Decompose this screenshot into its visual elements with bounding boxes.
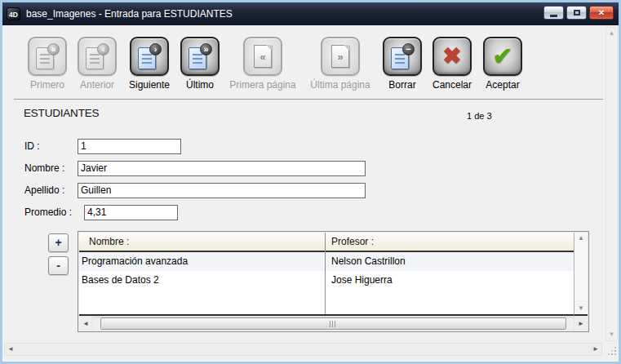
- id-label: ID :: [24, 140, 78, 152]
- record-pager: 1 de 3: [467, 111, 492, 121]
- scroll-right-icon[interactable]: ►: [592, 345, 599, 353]
- accept-check-icon: ✔: [493, 45, 512, 69]
- document-next-icon: ›: [136, 43, 162, 70]
- minimize-button[interactable]: [543, 6, 564, 20]
- primera-pagina-button[interactable]: «: [243, 37, 282, 76]
- toolbar-label: Anterior: [80, 79, 114, 91]
- toolbar-label: Primero: [30, 79, 64, 91]
- toolbar-button-siguiente[interactable]: › Siguiente: [126, 37, 172, 91]
- toolbar-label: Aceptar: [486, 79, 519, 91]
- titlebar[interactable]: 4D base_Imagenes - Entrada para ESTUDIAN…: [2, 2, 619, 25]
- scroll-left-icon[interactable]: ◄: [79, 320, 92, 328]
- window-title: base_Imagenes - Entrada para ESTUDIANTES: [26, 8, 233, 20]
- window-vertical-scrollbar[interactable]: ▲ ▼: [605, 27, 618, 341]
- scroll-right-icon[interactable]: ►: [574, 320, 588, 328]
- remove-row-button[interactable]: -: [48, 256, 69, 275]
- scroll-down-icon[interactable]: ▼: [609, 331, 615, 339]
- toolbar-label: Cancelar: [432, 79, 472, 91]
- toolbar-button-primera-pagina[interactable]: « Primera página: [228, 37, 298, 91]
- minus-badge: −: [402, 43, 415, 55]
- close-button[interactable]: ✕: [589, 6, 614, 20]
- cell-profesor[interactable]: Jose Higuerra: [325, 271, 574, 290]
- cancel-x-icon: ✖: [442, 45, 461, 68]
- table-row[interactable]: Bases de Datos 2 Jose Higuerra: [79, 271, 574, 290]
- cancelar-button[interactable]: ✖: [432, 37, 472, 76]
- thumb-grip-icon: [330, 321, 337, 327]
- toolbar-button-anterior[interactable]: ‹ Anterior: [76, 37, 118, 91]
- ultimo-button[interactable]: »: [180, 37, 220, 76]
- courses-grid: Nombre : Profesor : Programación avanzad…: [79, 233, 574, 316]
- toolbar-button-ultima-pagina[interactable]: » Última página: [306, 37, 375, 91]
- toolbar-button-borrar[interactable]: − Borrar: [383, 37, 422, 91]
- resize-grip[interactable]: [606, 345, 616, 355]
- toolbar-label: Última página: [310, 79, 370, 91]
- form-row-nombre: Nombre :: [24, 160, 366, 176]
- nombre-label: Nombre :: [24, 162, 78, 174]
- courses-table: Nombre : Profesor : Programación avanzad…: [78, 231, 589, 332]
- scroll-down-icon[interactable]: ▼: [578, 304, 584, 313]
- scrollbar-thumb[interactable]: [100, 317, 566, 330]
- siguiente-button[interactable]: ›: [130, 37, 169, 76]
- promedio-field[interactable]: [84, 205, 178, 220]
- cell-profesor[interactable]: Nelson Castrillon: [325, 252, 574, 271]
- column-header-profesor[interactable]: Profesor :: [325, 233, 574, 251]
- apellido-field[interactable]: [78, 183, 366, 198]
- window-controls: ✕: [543, 6, 614, 20]
- scrollbar-track[interactable]: [92, 317, 574, 331]
- toolbar-label: Primera página: [229, 79, 295, 91]
- id-field[interactable]: [78, 139, 181, 154]
- cell-nombre[interactable]: Bases de Datos 2: [79, 271, 325, 290]
- cell-nombre[interactable]: Programación avanzada: [79, 252, 325, 271]
- next-arrow-badge: ›: [149, 43, 162, 55]
- maximize-button[interactable]: [566, 6, 587, 20]
- first-arrow-badge: «: [47, 43, 60, 55]
- page-first-glyph: «: [259, 51, 265, 62]
- toolbar-label: Borrar: [388, 79, 415, 91]
- document-delete-icon: −: [389, 43, 415, 70]
- minimize-icon: [550, 15, 557, 17]
- apellido-label: Apellido :: [24, 184, 78, 196]
- table-row[interactable]: Programación avanzada Nelson Castrillon: [79, 252, 574, 271]
- maximize-icon: [574, 10, 580, 16]
- table-vertical-scrollbar[interactable]: ▲ ▼: [574, 233, 588, 316]
- toolbar-button-primero[interactable]: « Primero: [27, 37, 68, 91]
- scroll-up-icon[interactable]: ▲: [609, 29, 615, 38]
- scroll-left-icon[interactable]: ◄: [7, 345, 14, 353]
- primero-button[interactable]: «: [28, 37, 67, 76]
- column-separator: [325, 233, 326, 314]
- document-last-icon: »: [187, 43, 213, 70]
- close-icon: ✕: [598, 9, 605, 17]
- aceptar-button[interactable]: ✔: [483, 37, 522, 76]
- toolbar-button-ultimo[interactable]: » Último: [180, 37, 220, 91]
- last-arrow-badge: »: [200, 43, 212, 55]
- courses-table-content: Nombre : Profesor : Programación avanzad…: [79, 233, 588, 316]
- toolbar-button-cancelar[interactable]: ✖ Cancelar: [430, 37, 474, 91]
- page-last-glyph: »: [337, 51, 343, 62]
- toolbar-separator: [14, 99, 603, 100]
- previous-arrow-badge: ‹: [97, 43, 109, 55]
- borrar-button[interactable]: −: [383, 37, 422, 76]
- record-title: ESTUDIANTES: [24, 107, 99, 119]
- toolbar-button-aceptar[interactable]: ✔ Aceptar: [482, 37, 523, 91]
- ultima-pagina-button[interactable]: »: [321, 37, 360, 76]
- form-row-id: ID :: [24, 138, 181, 154]
- app-window: 4D base_Imagenes - Entrada para ESTUDIAN…: [0, 0, 621, 364]
- table-horizontal-scrollbar[interactable]: ◄ ►: [79, 317, 588, 331]
- page-last-icon: »: [331, 45, 349, 68]
- nombre-field[interactable]: [78, 161, 366, 176]
- window-horizontal-scrollbar[interactable]: ◄ ►: [4, 343, 602, 356]
- record-navigation-toolbar: « Primero ‹ Anterior ›: [2, 37, 523, 91]
- page-first-icon: «: [254, 45, 272, 68]
- add-row-button[interactable]: +: [48, 233, 69, 252]
- form-row-apellido: Apellido :: [24, 182, 366, 198]
- document-first-icon: «: [34, 43, 60, 70]
- anterior-button[interactable]: ‹: [78, 37, 117, 76]
- scroll-up-icon[interactable]: ▲: [578, 234, 584, 242]
- column-header-nombre[interactable]: Nombre :: [79, 233, 325, 251]
- client-area: « Primero ‹ Anterior ›: [2, 25, 619, 362]
- form-row-promedio: Promedio :: [24, 204, 178, 220]
- promedio-label: Promedio :: [24, 206, 84, 218]
- toolbar-label: Siguiente: [129, 79, 170, 91]
- app-icon-4d: 4D: [7, 7, 20, 20]
- toolbar-label: Último: [186, 79, 214, 91]
